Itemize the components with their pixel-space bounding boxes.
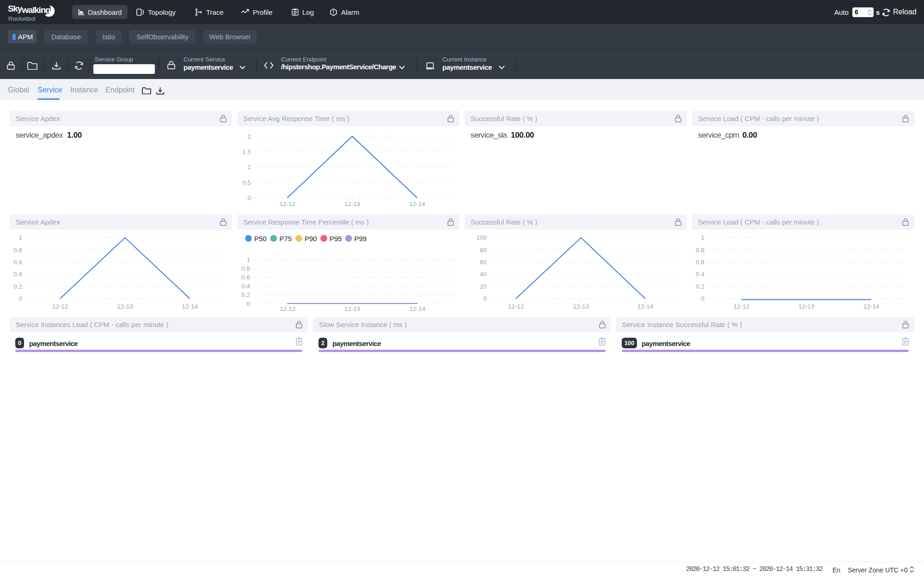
svg-text:1: 1 [18,234,22,241]
svg-text:0.6: 0.6 [13,259,22,266]
svg-text:80: 80 [480,247,487,254]
svg-text:P99: P99 [355,235,367,243]
svg-text:40: 40 [480,271,487,278]
svg-text:12-13: 12-13 [573,303,589,310]
svg-text:12-14: 12-14 [863,303,880,310]
svg-text:12-14: 12-14 [637,303,654,310]
svg-text:12-12: 12-12 [508,303,524,310]
svg-text:0.8: 0.8 [13,247,22,254]
svg-text:60: 60 [480,259,487,266]
svg-text:12-12: 12-12 [280,305,296,312]
svg-text:0.4: 0.4 [696,271,704,278]
svg-text:0: 0 [701,295,704,302]
svg-text:0: 0 [483,295,487,302]
svg-text:100: 100 [476,234,487,241]
svg-text:12-13: 12-13 [344,200,361,207]
svg-text:0: 0 [246,300,250,307]
svg-text:0.5: 0.5 [242,179,251,186]
svg-text:1: 1 [247,164,251,170]
svg-text:2: 2 [247,133,251,140]
svg-text:12-14: 12-14 [182,303,198,310]
svg-text:12-12: 12-12 [52,303,68,310]
svg-text:12-14: 12-14 [409,200,425,207]
svg-text:0.4: 0.4 [13,271,22,278]
svg-text:12-12: 12-12 [279,200,295,207]
svg-text:0.6: 0.6 [241,274,250,281]
svg-text:P50: P50 [254,235,267,243]
svg-text:P95: P95 [330,235,342,243]
svg-text:0.6: 0.6 [696,259,704,266]
svg-text:20: 20 [480,283,487,290]
svg-text:1: 1 [246,256,250,263]
svg-text:1: 1 [701,234,704,241]
svg-text:0: 0 [247,194,251,201]
svg-text:0.8: 0.8 [696,247,704,254]
svg-text:12-12: 12-12 [734,303,750,310]
svg-text:12-13: 12-13 [117,303,133,310]
svg-text:0.2: 0.2 [13,283,22,290]
svg-text:12-14: 12-14 [410,305,426,312]
svg-text:12-13: 12-13 [344,305,361,312]
svg-text:0.4: 0.4 [241,283,250,290]
svg-text:1.5: 1.5 [242,148,251,155]
svg-text:0.8: 0.8 [241,265,250,272]
svg-text:P90: P90 [305,235,317,243]
svg-text:0: 0 [18,295,22,302]
svg-text:12-13: 12-13 [798,303,814,310]
svg-text:P75: P75 [280,235,292,243]
svg-text:0.2: 0.2 [241,292,250,298]
svg-text:0.2: 0.2 [696,283,704,290]
